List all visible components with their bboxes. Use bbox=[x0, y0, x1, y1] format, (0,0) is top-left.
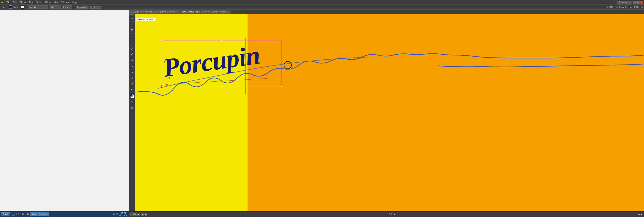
tool-sep-6 bbox=[130, 81, 134, 81]
svg-point-3 bbox=[131, 89, 132, 90]
right-controls: Essentials ▾ ─ □ ✕ bbox=[617, 1, 643, 4]
blend-tool-btn[interactable] bbox=[130, 87, 134, 92]
anchor-pt-2 bbox=[166, 84, 168, 86]
essentials-button[interactable]: Essentials ▾ bbox=[617, 1, 632, 4]
zoom-display: 100,909 bbox=[606, 6, 614, 8]
status-text: Selection bbox=[388, 213, 397, 216]
direct-selection-tool-btn[interactable] bbox=[130, 16, 134, 21]
menu-effect[interactable]: Effect bbox=[44, 0, 52, 4]
start-button[interactable]: Start bbox=[1, 212, 10, 216]
menu-edit[interactable]: Edit bbox=[12, 0, 18, 4]
svg-point-17 bbox=[22, 214, 23, 215]
menu-window[interactable]: Window bbox=[60, 0, 70, 4]
stroke-color-swatch[interactable] bbox=[21, 5, 24, 9]
font-size-input[interactable] bbox=[62, 5, 72, 9]
taskbar: Start Ai Adobe Illustrator 🔊 🌐 17:31 21/… bbox=[0, 211, 129, 217]
eyedropper-tool-btn[interactable] bbox=[130, 82, 134, 87]
window-controls: ─ □ ✕ bbox=[633, 1, 643, 3]
opts-right: 100,909 76,373 mm 6,38 mm 1,996 mm bbox=[606, 6, 643, 8]
status-icon-2: ▶ bbox=[641, 213, 642, 216]
taskbar-ai-item[interactable]: Adobe Illustrator bbox=[30, 212, 49, 217]
svg-rect-2 bbox=[131, 77, 132, 78]
tab-0[interactable]: A1 Large Placename.ai @ 51% (CMYK/Previe… bbox=[129, 10, 180, 14]
fill-color-swatch[interactable] bbox=[9, 5, 12, 9]
coord-y-display: 6,38 mm bbox=[625, 6, 633, 8]
menu-help[interactable]: Help bbox=[71, 0, 78, 4]
clock: 17:31 21/01/2015 bbox=[119, 212, 128, 217]
canvas-area: Porcupin Selection Tool (V) bbox=[135, 14, 644, 211]
rotate-tool-btn[interactable]: ↻ bbox=[130, 58, 134, 63]
firefox-icon[interactable] bbox=[21, 212, 25, 216]
tab-0-detail: @ 51% (CMYK/Preview) bbox=[153, 11, 175, 13]
color-swatches[interactable] bbox=[130, 94, 134, 98]
maximize-button[interactable]: □ bbox=[636, 1, 640, 3]
svg-line-0 bbox=[131, 36, 133, 38]
options-bar: Type Stroke: Paragraph Character 100,909… bbox=[0, 4, 644, 10]
tool-sep-3 bbox=[130, 45, 134, 45]
tab-1-detail: @ 4800% (CMYK/Preview) bbox=[202, 11, 226, 13]
menu-view[interactable]: View bbox=[52, 0, 60, 4]
ai-taskbar-icon[interactable]: Ai bbox=[26, 212, 30, 216]
svg-rect-8 bbox=[248, 14, 644, 211]
type-tool-btn[interactable]: T bbox=[130, 28, 134, 32]
menu-file[interactable]: File bbox=[5, 0, 11, 4]
next-artboard-btn[interactable]: ▶ bbox=[144, 213, 147, 216]
scale-tool-btn[interactable] bbox=[130, 63, 134, 68]
font-style-input[interactable] bbox=[49, 5, 61, 9]
tool-sep-5 bbox=[130, 69, 134, 69]
close-button[interactable]: ✕ bbox=[640, 1, 643, 3]
stroke-label: Stroke: bbox=[14, 6, 20, 8]
tool-sep-1 bbox=[130, 21, 134, 22]
tool-sep-7 bbox=[130, 93, 134, 93]
left-panel bbox=[0, 10, 129, 211]
app-logo: Ai bbox=[1, 0, 4, 4]
toolbox: ✒ T ↻ bbox=[129, 10, 135, 211]
menu-type[interactable]: Type bbox=[28, 0, 35, 4]
tab-1[interactable]: Less Labels FinalLai @ 4800% (CMYK/Previ… bbox=[180, 10, 231, 14]
taskbar-item-label: Adobe Illustrator bbox=[32, 213, 47, 216]
paragraph-button[interactable]: Paragraph bbox=[76, 6, 88, 9]
svg-rect-1 bbox=[131, 41, 133, 43]
orange-texture bbox=[248, 14, 644, 211]
opt-sep-2 bbox=[26, 5, 26, 9]
coord-w-display: 1,996 mm bbox=[634, 6, 643, 8]
tray-icon-1: 🔊 bbox=[112, 213, 115, 216]
menu-select[interactable]: Select bbox=[35, 0, 44, 4]
pen-tool-btn[interactable]: ✒ bbox=[130, 22, 134, 27]
zoom-tool-btn[interactable] bbox=[130, 100, 134, 105]
path-end-circle[interactable] bbox=[284, 61, 292, 69]
opt-sep-1 bbox=[7, 5, 8, 9]
tab-0-close[interactable]: ✕ bbox=[176, 11, 178, 13]
zoom-select[interactable]: 100% bbox=[130, 213, 140, 216]
status-center: Selection bbox=[149, 213, 637, 216]
character-button[interactable]: Character bbox=[89, 6, 101, 9]
menu-bar: Ai File Edit Object Type Select Effect V… bbox=[0, 0, 644, 4]
clock-date: 21/01/2015 bbox=[119, 215, 128, 217]
tab-0-label: A1 Large Placename.ai bbox=[131, 11, 152, 13]
font-name-input[interactable] bbox=[28, 5, 48, 9]
warp-tool-btn[interactable] bbox=[130, 70, 134, 75]
status-icon-1: ◀ bbox=[638, 213, 640, 216]
explorer-icon[interactable] bbox=[16, 212, 20, 216]
taskbar-right: 🔊 🌐 17:31 21/01/2015 bbox=[112, 212, 128, 217]
line-tool-btn[interactable] bbox=[130, 34, 134, 39]
free-transform-btn[interactable] bbox=[130, 75, 134, 80]
paintbrush-tool-btn[interactable] bbox=[130, 46, 134, 51]
tabs-bar: A1 Large Placename.ai @ 51% (CMYK/Previe… bbox=[129, 10, 644, 14]
coord-x-display: 76,373 mm bbox=[614, 6, 624, 8]
svg-line-6 bbox=[132, 103, 133, 103]
ie-icon[interactable] bbox=[11, 212, 15, 216]
clock-time: 17:31 bbox=[121, 212, 126, 215]
status-bar: 100% ◀ ▶ Selection ◀ ▶ bbox=[129, 211, 644, 217]
tab-1-close[interactable]: ✕ bbox=[227, 11, 229, 13]
pencil-tool-btn[interactable] bbox=[130, 51, 134, 56]
type-label: Type bbox=[1, 6, 6, 8]
minimize-button[interactable]: ─ bbox=[633, 1, 636, 3]
opt-sep-3 bbox=[74, 5, 74, 9]
svg-point-4 bbox=[132, 89, 133, 90]
fg-color-swatch[interactable] bbox=[130, 94, 132, 97]
hand-tool-btn[interactable] bbox=[130, 105, 134, 110]
rectangle-tool-btn[interactable] bbox=[130, 40, 134, 44]
menu-object[interactable]: Object bbox=[18, 0, 27, 4]
prev-artboard-btn[interactable]: ◀ bbox=[141, 213, 144, 216]
